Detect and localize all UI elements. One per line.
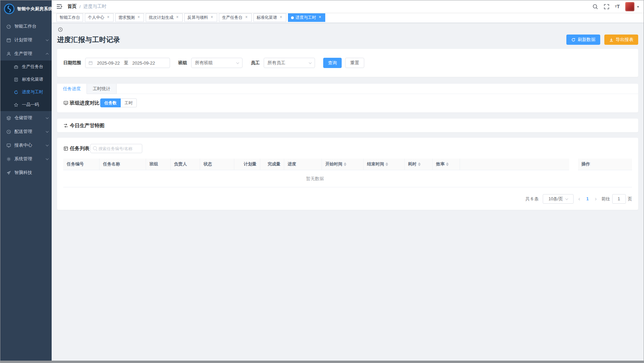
sidebar-item-progress-hours[interactable]: 进度与工时 xyxy=(0,86,52,98)
tag-workbench[interactable]: 智能工作台 xyxy=(56,13,83,22)
fixed-column-gap xyxy=(569,159,578,170)
filter-bar: 日期范围 至 班组 所有班组 员工 所有员工 查询 重置 xyxy=(57,49,638,77)
close-icon[interactable] xyxy=(210,15,214,20)
avatar-caret-icon[interactable]: ▾ xyxy=(637,5,639,9)
tag-task-board[interactable]: 生产任务台 xyxy=(219,13,252,22)
sort-icon[interactable] xyxy=(344,162,346,166)
tag-recipes[interactable]: 标准化菜谱 xyxy=(253,13,286,22)
sidebar: 智能中央厨房系统 智能工作台 计划管理 生产管理 xyxy=(0,0,52,361)
sidebar-item-warehouse-mgmt[interactable]: 仓储管理 xyxy=(0,111,52,125)
close-icon[interactable] xyxy=(279,15,283,20)
dashboard-icon xyxy=(6,24,11,29)
clock-icon xyxy=(58,27,638,33)
report-icon xyxy=(6,143,11,148)
prev-page-button[interactable]: ‹ xyxy=(578,196,581,202)
col-filler xyxy=(460,159,569,170)
col-task-name: 任务名称 xyxy=(100,159,146,170)
next-page-button[interactable]: › xyxy=(594,196,597,202)
sort-icon[interactable] xyxy=(446,162,449,166)
task-search-input[interactable] xyxy=(98,146,140,151)
sidebar-item-zhinao-tech[interactable]: 智脑科技 xyxy=(0,166,52,179)
tag-reverse-calc[interactable]: 反算与领料 xyxy=(184,13,217,22)
query-button[interactable]: 查询 xyxy=(323,58,342,68)
export-report-button[interactable]: 导出报表 xyxy=(604,35,638,45)
main-area: 首页 / 进度与工时 TT ▾ 智能工作台 个人中心 xyxy=(52,0,644,361)
font-size-icon[interactable]: TT xyxy=(615,4,620,9)
task-table: 任务编号 任务名称 班组 负责人 状态 计划量 完成量 进度 开始时间 xyxy=(63,159,632,187)
download-icon xyxy=(609,38,614,42)
col-completed-qty: 完成量 xyxy=(260,159,284,170)
chevron-down-icon xyxy=(565,197,568,200)
tab-work-hours[interactable]: 工时统计 xyxy=(87,84,117,94)
app-logo-icon xyxy=(4,3,15,14)
col-progress: 进度 xyxy=(284,159,322,170)
chevron-down-icon xyxy=(309,61,312,64)
col-actions: 操作 xyxy=(578,159,632,170)
date-range-label: 日期范围 xyxy=(63,60,81,66)
chevron-down-icon xyxy=(46,116,49,119)
date-end-input[interactable] xyxy=(130,60,158,66)
delivery-icon xyxy=(6,129,11,134)
sidebar-item-one-item-one-code[interactable]: 一品一码 xyxy=(0,98,52,111)
reset-button[interactable]: 重置 xyxy=(345,58,364,68)
sidebar-menu: 智能工作台 计划管理 生产管理 xyxy=(0,17,52,179)
team-label: 班组 xyxy=(178,60,187,66)
sort-icon[interactable] xyxy=(385,162,388,166)
chevron-down-icon xyxy=(236,61,239,64)
employee-select[interactable]: 所有员工 xyxy=(264,58,315,68)
breadcrumb-separator: / xyxy=(79,4,81,9)
toggle-task-count-button[interactable]: 任务数 xyxy=(100,98,121,107)
close-icon[interactable] xyxy=(136,15,141,20)
close-icon[interactable] xyxy=(175,15,180,20)
col-duration[interactable]: 耗时 xyxy=(405,159,433,170)
sidebar-item-production-mgmt[interactable]: 生产管理 xyxy=(0,47,52,60)
sidebar-item-report-center[interactable]: 报表中心 xyxy=(0,138,52,152)
sidebar-item-task-board[interactable]: 生产任务台 xyxy=(0,60,52,73)
employee-label: 员工 xyxy=(251,60,260,66)
sidebar-toggle-icon[interactable] xyxy=(56,3,63,10)
toggle-work-hours-button[interactable]: 工时 xyxy=(121,98,137,107)
chart-monitor-icon xyxy=(63,100,68,106)
search-icon xyxy=(93,146,97,150)
tags-view-bar: 智能工作台 个人中心 需求预测 批次计划生成 反算与领料 生产任务台 标准化菜谱 xyxy=(52,13,644,23)
pagination: 共 6 条 10条/页 ‹ 1 › 前往页 xyxy=(63,194,632,204)
page-size-select[interactable]: 10条/页 xyxy=(543,194,574,204)
task-list-title: 任务列表 xyxy=(63,145,90,152)
sidebar-item-workbench[interactable]: 智能工作台 xyxy=(0,19,52,33)
col-status: 状态 xyxy=(200,159,234,170)
tag-personal-center[interactable]: 个人中心 xyxy=(85,13,114,22)
team-select[interactable]: 所有班组 xyxy=(191,58,242,68)
breadcrumb-home[interactable]: 首页 xyxy=(67,3,77,10)
col-efficiency[interactable]: 效率 xyxy=(433,159,460,170)
sort-icon[interactable] xyxy=(418,162,421,166)
date-range-picker[interactable]: 至 xyxy=(85,58,170,68)
sidebar-item-delivery-mgmt[interactable]: 配送管理 xyxy=(0,125,52,138)
task-search-box xyxy=(90,144,142,153)
sidebar-item-system-mgmt[interactable]: 系统管理 xyxy=(0,152,52,166)
fullscreen-icon[interactable] xyxy=(604,4,609,10)
goto-suffix: 页 xyxy=(628,197,632,201)
current-page[interactable]: 1 xyxy=(585,197,590,201)
sidebar-item-recipes[interactable]: 标准化菜谱 xyxy=(0,73,52,86)
sidebar-item-plan-mgmt[interactable]: 计划管理 xyxy=(0,33,52,47)
col-start-time[interactable]: 开始时间 xyxy=(322,159,364,170)
app-logo: 智能中央厨房系统 xyxy=(0,0,52,17)
task-table-empty-row: 暂无数据 xyxy=(63,170,632,187)
date-start-input[interactable] xyxy=(94,60,122,66)
chevron-down-icon xyxy=(46,38,49,41)
close-icon[interactable] xyxy=(244,15,249,20)
refresh-data-button[interactable]: 刷新数据 xyxy=(566,35,600,45)
close-icon[interactable] xyxy=(106,15,110,20)
tag-progress-hours[interactable]: 进度与工时 xyxy=(288,13,325,22)
tab-task-progress[interactable]: 任务进度 xyxy=(57,84,87,94)
goto-label: 前往 xyxy=(602,197,610,201)
tag-batch-plan[interactable]: 批次计划生成 xyxy=(146,13,183,22)
col-end-time[interactable]: 结束时间 xyxy=(364,159,405,170)
search-icon[interactable] xyxy=(592,4,598,10)
close-icon[interactable] xyxy=(318,15,322,20)
empty-data-text: 暂无数据 xyxy=(63,176,567,182)
avatar[interactable] xyxy=(625,2,634,11)
goto-page-input[interactable] xyxy=(612,194,626,204)
tag-demand-forecast[interactable]: 需求预测 xyxy=(115,13,144,22)
chevron-down-icon xyxy=(46,157,49,160)
